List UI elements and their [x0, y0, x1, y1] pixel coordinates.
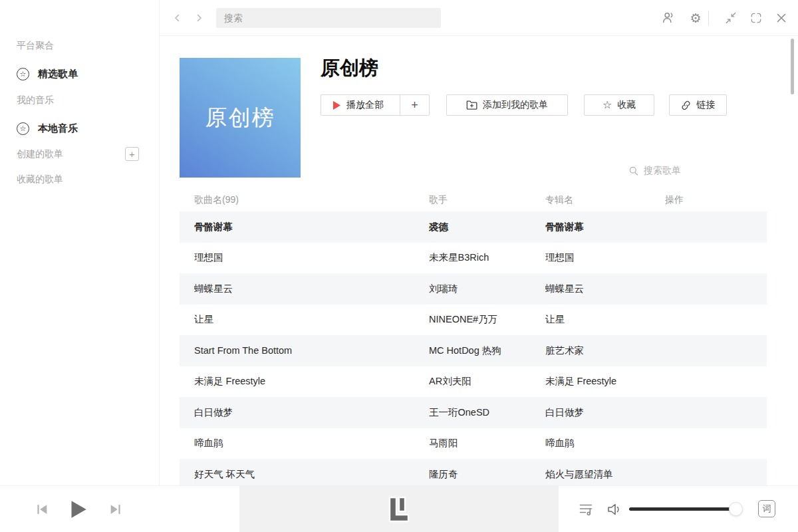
link-label: 链接: [696, 99, 715, 111]
sidebar-item-local-music[interactable]: ☆ 本地音乐: [17, 122, 78, 135]
add-playlist-button[interactable]: +: [125, 147, 139, 161]
table-row[interactable]: 理想国 未来星B3Rich 理想国: [180, 243, 767, 274]
album-name: 白日做梦: [545, 406, 665, 419]
link-icon: [681, 100, 691, 110]
album-name: 蝴蝶星云: [545, 283, 665, 295]
artist-name: 裘德: [429, 221, 545, 233]
gear-icon: ⚙: [690, 12, 701, 25]
close-button[interactable]: [774, 11, 789, 25]
previous-track-icon: [35, 502, 49, 517]
settings-button[interactable]: ⚙: [688, 11, 703, 25]
table-row[interactable]: 未满足 Freestyle AR刘夫阳 未满足 Freestyle: [180, 366, 767, 398]
artist-name: 马雨阳: [429, 437, 545, 450]
collect-button[interactable]: ☆ 收藏: [584, 94, 654, 116]
chevron-right-icon: [193, 12, 205, 24]
album-name: 让星: [545, 313, 665, 326]
play-all-more-button[interactable]: +: [400, 95, 429, 115]
fullscreen-button[interactable]: [749, 11, 763, 25]
table-row[interactable]: 让星 NINEONE#乃万 让星: [180, 305, 767, 336]
star-circle-icon: ☆: [17, 122, 29, 135]
play-button[interactable]: [68, 499, 88, 519]
artist-name: NINEONE#乃万: [429, 313, 545, 326]
album-name: 焰火与愿望清单: [545, 468, 665, 481]
song-name: 骨骼谢幕: [194, 221, 429, 233]
header-action: 操作: [665, 194, 767, 206]
previous-track-button[interactable]: [35, 502, 49, 517]
sidebar-item-created-playlists[interactable]: 创建的歌单: [17, 148, 63, 160]
action-buttons: 播放全部 + 添加到我的歌单 ☆ 收藏 链接: [321, 94, 727, 116]
sidebar-section-my-music: 我的音乐: [17, 94, 54, 106]
table-row[interactable]: Start From The Bottom MC HotDog 热狗 脏艺术家: [180, 335, 767, 366]
sidebar-item-collected-playlists[interactable]: 收藏的歌单: [17, 174, 63, 186]
search-playlist-placeholder: 搜索歌单: [644, 165, 681, 177]
table-row[interactable]: 蝴蝶星云 刘瑞琦 蝴蝶星云: [180, 273, 767, 305]
sidebar-item-label: 本地音乐: [38, 122, 78, 135]
add-to-my-playlist-label: 添加到我的歌单: [483, 99, 548, 111]
minimize-button[interactable]: [724, 11, 738, 25]
album-name: 理想国: [545, 251, 665, 264]
topbar-divider: [708, 11, 709, 25]
table-header: 歌曲名(99) 歌手 专辑名 操作: [180, 189, 767, 211]
song-name: 好天气 坏天气: [194, 468, 429, 481]
next-track-button[interactable]: [108, 502, 123, 517]
now-playing-panel: [239, 486, 559, 532]
search-icon: [628, 166, 639, 176]
volume-slider[interactable]: [629, 507, 737, 511]
page-title: 原创榜: [321, 55, 378, 82]
header-album: 专辑名: [545, 194, 665, 206]
app-logo: [388, 496, 410, 523]
link-button[interactable]: 链接: [669, 94, 727, 116]
forward-button[interactable]: [191, 10, 207, 26]
volume-slider-knob[interactable]: [729, 502, 743, 516]
volume-button[interactable]: [606, 502, 622, 517]
next-track-icon: [108, 502, 123, 517]
sidebar-item-label: 精选歌单: [38, 68, 78, 80]
table-row[interactable]: 白日做梦 王一珩OneSD 白日做梦: [180, 397, 767, 428]
table-row[interactable]: 啼血鹃 马雨阳 啼血鹃: [180, 428, 767, 460]
song-name: 白日做梦: [194, 406, 429, 419]
album-name: 未满足 Freestyle: [545, 375, 665, 388]
search-playlist-field[interactable]: 搜索歌单: [628, 165, 681, 177]
artist-name: 未来星B3Rich: [429, 251, 545, 264]
back-button[interactable]: [170, 10, 186, 26]
search-input[interactable]: [216, 8, 441, 28]
lyrics-toggle-button[interactable]: 词: [758, 500, 775, 517]
song-name: Start From The Bottom: [194, 345, 429, 356]
album-name: 骨骼谢幕: [545, 221, 665, 233]
artist-name: 隆历奇: [429, 468, 545, 481]
volume-icon: [606, 502, 622, 517]
artist-name: 刘瑞琦: [429, 283, 545, 295]
header-artist: 歌手: [429, 194, 545, 206]
table-row[interactable]: 骨骼谢幕 裘德 骨骼谢幕: [180, 211, 767, 243]
collapse-icon: [724, 11, 737, 25]
song-name: 啼血鹃: [194, 437, 429, 450]
song-name: 理想国: [194, 251, 429, 264]
play-all-button[interactable]: 播放全部: [321, 95, 394, 115]
close-icon: [776, 13, 787, 23]
playlist-page: 原创榜 原创榜 播放全部 + 添加到我的歌单 ☆ 收藏: [160, 37, 798, 485]
artist-name: AR刘夫阳: [429, 375, 545, 388]
song-name: 未满足 Freestyle: [194, 375, 429, 388]
folder-add-icon: [466, 100, 477, 110]
fullscreen-icon: [749, 11, 763, 25]
artist-name: MC HotDog 热狗: [429, 344, 545, 357]
user-button[interactable]: [662, 11, 676, 25]
sidebar-section-platform: 平台聚合: [17, 40, 54, 52]
play-queue-button[interactable]: [579, 502, 593, 517]
table-row[interactable]: 好天气 坏天气 隆历奇 焰火与愿望清单: [180, 459, 767, 485]
song-name: 蝴蝶星云: [194, 283, 429, 295]
add-to-my-playlist-button[interactable]: 添加到我的歌单: [446, 94, 568, 116]
star-circle-icon: ☆: [17, 68, 29, 80]
collect-label: 收藏: [617, 99, 636, 111]
star-icon: ☆: [602, 100, 612, 110]
play-all-split-button: 播放全部 +: [321, 94, 430, 116]
sidebar-item-featured-playlists[interactable]: ☆ 精选歌单: [17, 68, 78, 80]
chevron-left-icon: [172, 12, 184, 24]
player-bar: 词: [0, 485, 798, 532]
playlist-icon: [579, 502, 593, 517]
topbar-icons: ⚙: [662, 0, 789, 36]
song-name: 让星: [194, 313, 429, 326]
topbar: ⚙: [160, 0, 798, 36]
album-name: 啼血鹃: [545, 437, 665, 450]
song-table: 歌曲名(99) 歌手 专辑名 操作 骨骼谢幕 裘德 骨骼谢幕 理想国 未来星B3…: [180, 189, 767, 485]
